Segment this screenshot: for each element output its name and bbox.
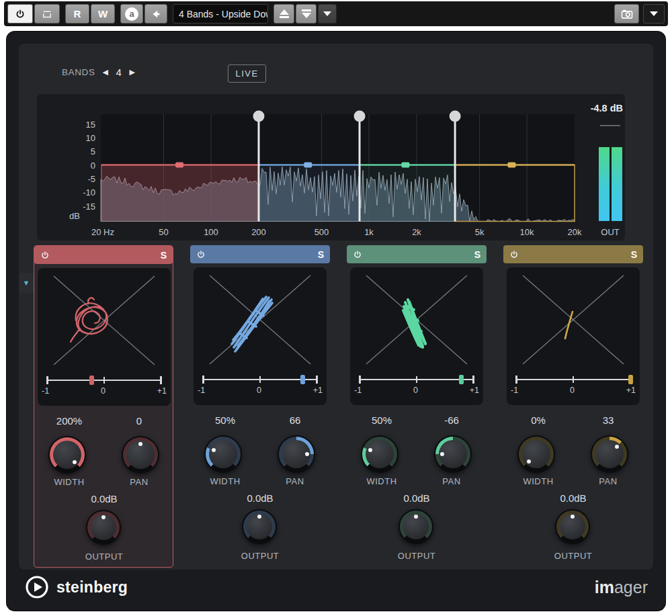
svg-text:200: 200 [251,227,266,237]
svg-text:-10: -10 [83,187,95,197]
plugin-activate-button[interactable] [7,4,33,24]
ab-setting-icon: a [125,7,138,21]
pan-knob[interactable] [122,436,159,474]
scale-min-label: -1 [511,386,518,395]
copy-a-to-b-button[interactable] [144,4,167,24]
width-knob[interactable] [361,435,398,473]
spectrum-display[interactable]: 1510 50 -5-10 -15 dB 20 Hz50 100200 5001… [37,94,625,240]
balance-marker [628,375,633,384]
scale-max-label: +1 [470,386,479,395]
scale-max-label: +1 [157,386,167,396]
bypass-button[interactable] [34,4,60,24]
scale-min-label: -1 [198,386,205,395]
band-power-button[interactable] [353,250,362,259]
svg-text:-5: -5 [87,174,95,184]
band-solo-button[interactable]: S [161,250,167,261]
switch-ab-button[interactable]: a [120,4,143,24]
band-strip: S -1 0 +1 50% -66 WIDTH PAN [347,245,487,568]
band3-region [360,165,455,222]
svg-text:0: 0 [91,161,95,171]
pan-value: 0 [104,415,174,427]
band-header: S [347,245,487,263]
crossover-handle[interactable] [354,111,366,122]
bands-increment-button[interactable]: ▶ [130,68,136,77]
band-handle[interactable] [175,163,183,168]
footer: steinberg imager [7,568,665,607]
band-power-button[interactable] [196,250,206,259]
collapse-icon: ▼ [23,279,30,287]
crossover-handle[interactable] [450,111,461,122]
power-icon [196,250,206,259]
scale-tick [103,377,105,384]
output-knob[interactable] [398,509,433,544]
pan-knob[interactable] [434,435,472,473]
read-automation-button[interactable]: R [65,4,89,24]
bands-label: BANDS [62,67,95,77]
preset-name-field[interactable]: 4 Bands - Upside Down [173,4,268,24]
pan-label: PAN [260,476,330,486]
output-meter-left [599,147,610,221]
width-value: 200% [34,415,104,427]
output-label: OUTPUT [382,551,452,561]
output-knob[interactable] [242,509,277,544]
band-solo-button[interactable]: S [631,249,637,260]
pan-label: PAN [104,477,174,487]
band-handle[interactable] [304,163,312,168]
svg-text:20k: 20k [568,227,582,237]
next-preset-button[interactable] [296,4,317,24]
collapse-panel-button[interactable]: ▼ [19,273,34,293]
output-meter-right [612,147,622,221]
band-solo-button[interactable]: S [474,249,480,260]
output-value: 0.0dB [538,492,608,504]
band-solo-button[interactable]: S [318,249,324,260]
band-header: S [503,245,643,263]
bands-decrement-button[interactable]: ◀ [103,68,109,77]
svg-text:10k: 10k [520,227,534,237]
output-value: 0.0dB [69,493,139,504]
scale-labels: -1 0 +1 [198,386,323,395]
previous-preset-button[interactable] [274,4,294,24]
band1-region [101,165,259,222]
output-knob[interactable] [86,510,121,545]
pan-label: PAN [417,476,487,486]
svg-text:-15: -15 [83,202,95,212]
plugin-frame: BANDS ◀ 4 ▶ LIVE [7,32,665,611]
pan-knob[interactable] [278,435,315,473]
band-power-button[interactable] [509,250,519,259]
band-handle[interactable] [507,163,515,168]
svg-text:50: 50 [159,227,168,237]
scale-tick [46,376,48,384]
band-strip: S -1 0 +1 0% 33 WIDTH PAN 0 [503,245,643,568]
svg-text:5k: 5k [475,227,485,237]
width-knob[interactable] [517,435,555,473]
live-button[interactable]: LIVE [228,64,266,83]
scale-zero-label: 0 [570,386,575,395]
output-knob[interactable] [555,509,590,544]
function-menu-button[interactable] [643,4,665,24]
width-label: WIDTH [503,476,573,486]
scope-correlation-trace [71,298,108,342]
balance-marker [300,375,305,384]
band-strip: S -1 0 +1 200% 0 WIDTH PAN [34,245,173,568]
width-knob[interactable] [204,435,242,473]
pan-value: 33 [573,414,643,426]
band-strip: S -1 0 +1 50% 66 WIDTH PAN [190,245,330,568]
band-power-button[interactable] [40,251,50,260]
pan-knob[interactable] [591,435,628,473]
scale-max-label: +1 [626,386,636,395]
scale-tick [202,376,204,384]
svg-text:5: 5 [91,146,95,157]
write-automation-button[interactable]: W [91,4,115,24]
pan-value: -66 [417,414,487,426]
stereo-scope-display: -1 0 +1 [194,267,327,405]
crossover-handle[interactable] [253,111,265,122]
width-knob[interactable] [48,436,86,474]
snapshot-button[interactable] [614,4,639,24]
preset-menu-button[interactable] [318,4,337,24]
width-value: 50% [190,414,260,426]
output-value: 0.0dB [225,492,295,504]
band-handle[interactable] [401,163,409,168]
scale-labels: -1 0 +1 [42,386,167,396]
db-axis: 1510 50 -5-10 -15 dB [69,120,95,222]
arrow-left-icon [150,8,162,20]
